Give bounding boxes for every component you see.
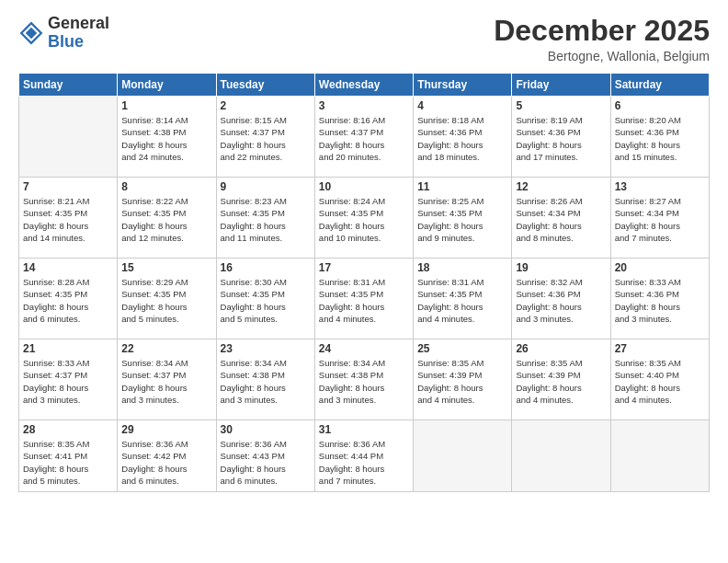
day-detail: Sunrise: 8:34 AMSunset: 4:38 PMDaylight:…: [221, 357, 311, 406]
day-detail: Sunrise: 8:31 AMSunset: 4:35 PMDaylight:…: [319, 276, 409, 325]
day-number: 16: [221, 261, 311, 274]
calendar-cell: 18Sunrise: 8:31 AMSunset: 4:35 PMDayligh…: [414, 259, 512, 339]
day-detail: Sunrise: 8:31 AMSunset: 4:35 PMDaylight:…: [417, 276, 507, 325]
day-number: 11: [417, 180, 507, 193]
day-number: 31: [319, 423, 409, 436]
calendar-table: Sunday Monday Tuesday Wednesday Thursday…: [18, 73, 710, 492]
day-number: 20: [615, 261, 705, 274]
day-number: 2: [221, 99, 311, 112]
day-number: 24: [319, 342, 409, 355]
calendar-cell: 12Sunrise: 8:26 AMSunset: 4:34 PMDayligh…: [512, 178, 610, 259]
day-detail: Sunrise: 8:19 AMSunset: 4:36 PMDaylight:…: [516, 114, 606, 163]
col-saturday: Saturday: [610, 74, 709, 97]
day-number: 26: [516, 342, 606, 355]
day-detail: Sunrise: 8:18 AMSunset: 4:36 PMDaylight:…: [417, 114, 507, 163]
logo: General Blue: [18, 15, 109, 52]
day-detail: Sunrise: 8:35 AMSunset: 4:40 PMDaylight:…: [615, 357, 705, 406]
day-number: 23: [221, 342, 311, 355]
day-number: 1: [121, 99, 211, 112]
col-wednesday: Wednesday: [314, 74, 413, 97]
day-detail: Sunrise: 8:16 AMSunset: 4:37 PMDaylight:…: [319, 114, 409, 163]
day-number: 13: [615, 180, 705, 193]
calendar-header-row: Sunday Monday Tuesday Wednesday Thursday…: [19, 74, 710, 97]
day-detail: Sunrise: 8:29 AMSunset: 4:35 PMDaylight:…: [121, 276, 211, 325]
day-detail: Sunrise: 8:35 AMSunset: 4:39 PMDaylight:…: [417, 357, 507, 406]
day-number: 12: [516, 180, 606, 193]
logo-general: General: [48, 15, 109, 33]
day-number: 17: [319, 261, 409, 274]
day-detail: Sunrise: 8:36 AMSunset: 4:42 PMDaylight:…: [121, 438, 211, 487]
calendar-cell: [19, 97, 118, 178]
logo-icon: [18, 20, 44, 46]
day-detail: Sunrise: 8:36 AMSunset: 4:43 PMDaylight:…: [221, 438, 311, 487]
calendar-cell: 19Sunrise: 8:32 AMSunset: 4:36 PMDayligh…: [512, 259, 610, 339]
day-number: 8: [121, 180, 211, 193]
col-friday: Friday: [512, 74, 610, 97]
calendar-cell: 26Sunrise: 8:35 AMSunset: 4:39 PMDayligh…: [512, 339, 610, 420]
title-block: December 2025 Bertogne, Wallonia, Belgiu…: [494, 15, 710, 63]
calendar-cell: 3Sunrise: 8:16 AMSunset: 4:37 PMDaylight…: [314, 97, 413, 178]
day-detail: Sunrise: 8:26 AMSunset: 4:34 PMDaylight:…: [516, 195, 606, 244]
calendar-cell: 25Sunrise: 8:35 AMSunset: 4:39 PMDayligh…: [414, 339, 512, 420]
day-number: 6: [615, 99, 705, 112]
col-monday: Monday: [118, 74, 216, 97]
calendar-cell: 4Sunrise: 8:18 AMSunset: 4:36 PMDaylight…: [414, 97, 512, 178]
day-number: 7: [23, 180, 113, 193]
day-detail: Sunrise: 8:33 AMSunset: 4:37 PMDaylight:…: [23, 357, 113, 406]
calendar-cell: 22Sunrise: 8:34 AMSunset: 4:37 PMDayligh…: [118, 339, 216, 420]
calendar-cell: [512, 420, 610, 492]
day-number: 9: [221, 180, 311, 193]
calendar-cell: 17Sunrise: 8:31 AMSunset: 4:35 PMDayligh…: [314, 259, 413, 339]
day-number: 25: [417, 342, 507, 355]
day-detail: Sunrise: 8:25 AMSunset: 4:35 PMDaylight:…: [417, 195, 507, 244]
day-detail: Sunrise: 8:34 AMSunset: 4:38 PMDaylight:…: [319, 357, 409, 406]
day-number: 10: [319, 180, 409, 193]
day-number: 14: [23, 261, 113, 274]
day-detail: Sunrise: 8:21 AMSunset: 4:35 PMDaylight:…: [23, 195, 113, 244]
calendar-cell: 30Sunrise: 8:36 AMSunset: 4:43 PMDayligh…: [216, 420, 314, 492]
calendar-cell: 14Sunrise: 8:28 AMSunset: 4:35 PMDayligh…: [19, 259, 118, 339]
day-number: 4: [417, 99, 507, 112]
day-number: 22: [121, 342, 211, 355]
col-tuesday: Tuesday: [216, 74, 314, 97]
day-number: 19: [516, 261, 606, 274]
calendar-cell: 11Sunrise: 8:25 AMSunset: 4:35 PMDayligh…: [414, 178, 512, 259]
day-detail: Sunrise: 8:35 AMSunset: 4:39 PMDaylight:…: [516, 357, 606, 406]
day-detail: Sunrise: 8:28 AMSunset: 4:35 PMDaylight:…: [23, 276, 113, 325]
logo-text: General Blue: [48, 15, 109, 52]
day-number: 28: [23, 423, 113, 436]
day-detail: Sunrise: 8:24 AMSunset: 4:35 PMDaylight:…: [319, 195, 409, 244]
month-title: December 2025: [494, 15, 710, 47]
col-thursday: Thursday: [414, 74, 512, 97]
calendar-cell: 7Sunrise: 8:21 AMSunset: 4:35 PMDaylight…: [19, 178, 118, 259]
calendar-cell: 10Sunrise: 8:24 AMSunset: 4:35 PMDayligh…: [314, 178, 413, 259]
calendar-cell: 2Sunrise: 8:15 AMSunset: 4:37 PMDaylight…: [216, 97, 314, 178]
day-detail: Sunrise: 8:36 AMSunset: 4:44 PMDaylight:…: [319, 438, 409, 487]
calendar-cell: 27Sunrise: 8:35 AMSunset: 4:40 PMDayligh…: [610, 339, 709, 420]
day-number: 3: [319, 99, 409, 112]
calendar-cell: 16Sunrise: 8:30 AMSunset: 4:35 PMDayligh…: [216, 259, 314, 339]
calendar-cell: 9Sunrise: 8:23 AMSunset: 4:35 PMDaylight…: [216, 178, 314, 259]
location: Bertogne, Wallonia, Belgium: [494, 49, 710, 63]
day-number: 27: [615, 342, 705, 355]
day-detail: Sunrise: 8:34 AMSunset: 4:37 PMDaylight:…: [121, 357, 211, 406]
calendar-cell: 20Sunrise: 8:33 AMSunset: 4:36 PMDayligh…: [610, 259, 709, 339]
day-detail: Sunrise: 8:20 AMSunset: 4:36 PMDaylight:…: [615, 114, 705, 163]
col-sunday: Sunday: [19, 74, 118, 97]
calendar-cell: 29Sunrise: 8:36 AMSunset: 4:42 PMDayligh…: [118, 420, 216, 492]
day-number: 29: [121, 423, 211, 436]
day-number: 15: [121, 261, 211, 274]
day-number: 18: [417, 261, 507, 274]
day-number: 30: [221, 423, 311, 436]
day-detail: Sunrise: 8:14 AMSunset: 4:38 PMDaylight:…: [121, 114, 211, 163]
calendar-cell: 21Sunrise: 8:33 AMSunset: 4:37 PMDayligh…: [19, 339, 118, 420]
calendar-cell: 8Sunrise: 8:22 AMSunset: 4:35 PMDaylight…: [118, 178, 216, 259]
day-detail: Sunrise: 8:22 AMSunset: 4:35 PMDaylight:…: [121, 195, 211, 244]
calendar-cell: 28Sunrise: 8:35 AMSunset: 4:41 PMDayligh…: [19, 420, 118, 492]
day-detail: Sunrise: 8:27 AMSunset: 4:34 PMDaylight:…: [615, 195, 705, 244]
day-detail: Sunrise: 8:32 AMSunset: 4:36 PMDaylight:…: [516, 276, 606, 325]
calendar-cell: [414, 420, 512, 492]
calendar-cell: 31Sunrise: 8:36 AMSunset: 4:44 PMDayligh…: [314, 420, 413, 492]
calendar-cell: [610, 420, 709, 492]
calendar-cell: 24Sunrise: 8:34 AMSunset: 4:38 PMDayligh…: [314, 339, 413, 420]
